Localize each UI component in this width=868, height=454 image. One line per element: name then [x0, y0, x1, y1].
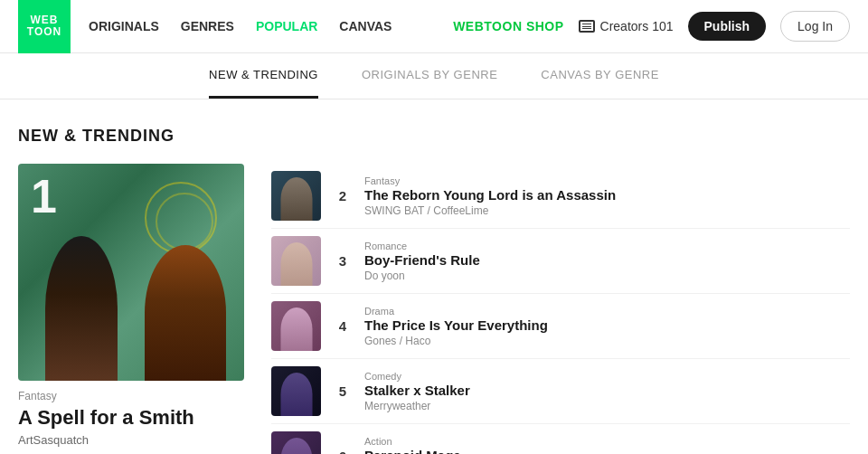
- item-rank: 4: [332, 318, 354, 334]
- item-title: The Price Is Your Everything: [364, 317, 850, 333]
- thumb-figure: [280, 242, 312, 286]
- header-right: WEBTOON SHOP Creators 101 Publish Log In: [453, 11, 850, 42]
- tabs-bar: NEW & TRENDING ORIGINALS BY GENRE CANVAS…: [0, 53, 868, 99]
- tab-originals-genre[interactable]: ORIGINALS BY GENRE: [362, 53, 497, 99]
- item-title: Paranoid Mage: [364, 448, 850, 455]
- trending-list: 2 Fantasy The Reborn Young Lord is an As…: [271, 164, 850, 454]
- featured-image: 1: [18, 164, 244, 381]
- header: WEBTOON ORIGINALS GENRES POPULAR CANVAS …: [0, 0, 868, 53]
- content-grid: 1 Fantasy A Spell for a Smith ArtSasquat…: [18, 164, 850, 454]
- creators-label: Creators 101: [600, 19, 674, 33]
- login-button[interactable]: Log In: [780, 11, 850, 42]
- tab-new-trending[interactable]: NEW & TRENDING: [209, 53, 318, 99]
- item-author: Merryweather: [364, 400, 850, 412]
- item-genre: Fantasy: [364, 175, 850, 186]
- creators-101-link[interactable]: Creators 101: [579, 19, 674, 33]
- item-title: Stalker x Stalker: [364, 383, 850, 398]
- list-item[interactable]: 2 Fantasy The Reborn Young Lord is an As…: [271, 164, 850, 229]
- item-genre: Drama: [364, 306, 850, 317]
- item-info: Comedy Stalker x Stalker Merryweather: [364, 371, 850, 412]
- main-nav: ORIGINALS GENRES POPULAR CANVAS: [89, 19, 392, 33]
- list-item[interactable]: 3 Romance Boy-Friend's Rule Do yoon: [271, 229, 850, 294]
- item-thumbnail: [271, 431, 321, 454]
- item-author: Do yoon: [364, 270, 850, 282]
- nav-popular[interactable]: POPULAR: [256, 19, 317, 33]
- nav-canvas[interactable]: CANVAS: [339, 19, 392, 33]
- featured-genre: Fantasy: [18, 390, 244, 402]
- item-title: Boy-Friend's Rule: [364, 252, 850, 268]
- thumb-figure: [280, 373, 312, 416]
- thumb-figure: [280, 177, 312, 221]
- publish-button[interactable]: Publish: [688, 12, 767, 41]
- featured-author: ArtSasquatch: [18, 433, 244, 447]
- icon-line: [582, 28, 591, 29]
- item-author: Gones / Haco: [364, 335, 850, 347]
- creators-icon: [579, 20, 595, 33]
- item-thumbnail: [271, 171, 321, 221]
- item-thumbnail: [271, 236, 321, 286]
- list-item[interactable]: 4 Drama The Price Is Your Everything Gon…: [271, 294, 850, 359]
- item-rank: 2: [332, 188, 354, 203]
- item-author: SWING BAT / CoffeeLime: [364, 204, 850, 217]
- figure-right: [145, 245, 226, 381]
- figure-left: [45, 236, 118, 381]
- tab-canvas-genre[interactable]: CANVAS BY GENRE: [541, 53, 659, 99]
- list-item[interactable]: 6 Action Paranoid Mage InadvisablyCompel…: [271, 424, 850, 454]
- item-info: Drama The Price Is Your Everything Gones…: [364, 306, 850, 347]
- item-rank: 3: [332, 253, 354, 269]
- icon-line: [582, 26, 591, 27]
- webtoon-shop-link[interactable]: WEBTOON SHOP: [453, 19, 563, 33]
- section-title: NEW & TRENDING: [18, 127, 850, 146]
- item-genre: Action: [364, 436, 850, 447]
- logo-text: WEBTOON: [27, 14, 61, 38]
- item-thumbnail: [271, 366, 321, 416]
- nav-originals[interactable]: ORIGINALS: [89, 19, 159, 33]
- thumb-figure: [280, 307, 312, 351]
- item-rank: 6: [332, 449, 354, 454]
- item-thumbnail: [271, 301, 321, 351]
- swirl-decoration: [145, 182, 217, 254]
- featured-title: A Spell for a Smith: [18, 406, 244, 430]
- item-info: Action Paranoid Mage InadvisablyCompelle…: [364, 436, 850, 455]
- logo[interactable]: WEBTOON: [18, 0, 71, 53]
- icon-line: [582, 24, 591, 24]
- item-rank: 5: [332, 383, 354, 399]
- item-info: Romance Boy-Friend's Rule Do yoon: [364, 241, 850, 282]
- thumb-figure: [280, 438, 312, 454]
- main-content: NEW & TRENDING 1 Fantasy A Spell for a S…: [0, 99, 868, 454]
- featured-item[interactable]: 1 Fantasy A Spell for a Smith ArtSasquat…: [18, 164, 244, 454]
- item-info: Fantasy The Reborn Young Lord is an Assa…: [364, 175, 850, 217]
- item-genre: Comedy: [364, 371, 850, 382]
- item-genre: Romance: [364, 241, 850, 251]
- featured-rank: 1: [31, 173, 57, 220]
- list-item[interactable]: 5 Comedy Stalker x Stalker Merryweather: [271, 359, 850, 424]
- nav-genres[interactable]: GENRES: [181, 19, 234, 33]
- item-title: The Reborn Young Lord is an Assassin: [364, 187, 850, 203]
